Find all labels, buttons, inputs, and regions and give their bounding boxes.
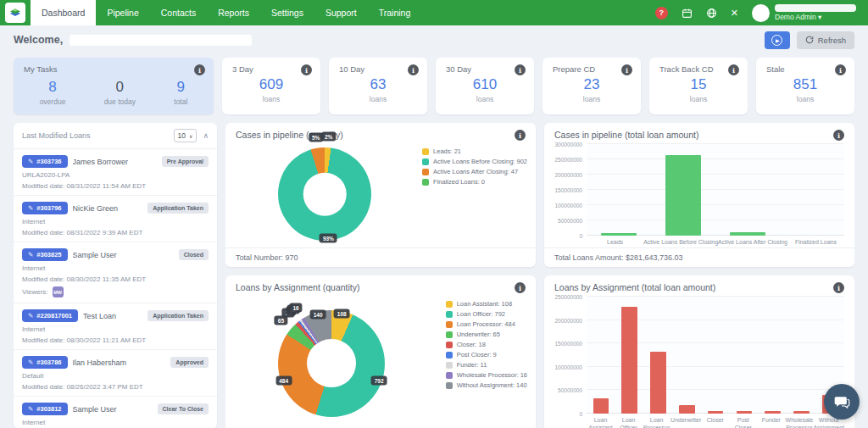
bar-underwriter[interactable] xyxy=(679,405,695,413)
loan-list-item: ✎#303812Sample UserClear To CloseInterne… xyxy=(14,397,217,428)
info-icon[interactable]: i xyxy=(833,130,844,141)
help-icon[interactable]: ? xyxy=(655,7,668,19)
bar-active-loans-after-closing[interactable] xyxy=(730,232,765,236)
summary-card-value: 63 xyxy=(329,76,427,93)
loan-number-link[interactable]: ✎#303812 xyxy=(22,403,68,415)
loan-number-link[interactable]: ✎#303736 xyxy=(22,155,68,168)
nav-item-support[interactable]: Support xyxy=(314,0,368,25)
loan-number-link[interactable]: ✎#303786 xyxy=(22,356,68,369)
info-icon[interactable]: i xyxy=(515,64,526,75)
donut-chart: 108792484651891116140Loan Assistant: 108… xyxy=(225,293,536,428)
chart-card-head: Cases in pipeline (total loan amount)i xyxy=(544,123,854,141)
bar-loan-assistant[interactable] xyxy=(593,398,609,414)
info-icon[interactable]: i xyxy=(515,282,526,293)
y-tick-label: 100000000 xyxy=(554,364,582,370)
info-icon[interactable]: i xyxy=(515,130,526,141)
redacted-user-name xyxy=(775,4,856,12)
legend-swatch xyxy=(422,148,429,155)
loan-item-header: ✎#220817001Test LoanApplication Taken xyxy=(22,309,209,322)
viewer-avatar[interactable]: MW xyxy=(53,286,64,297)
y-tick-label: 100000000 xyxy=(554,202,582,208)
x-tick-label: Active Loans After Closing xyxy=(718,238,787,246)
summary-card-unit: loans xyxy=(222,95,320,103)
bar-slot-wholesale-processor xyxy=(787,297,815,414)
loan-modified-date: Modified date: 08/31/2022 9:39 AM EDT xyxy=(22,229,209,236)
y-tick-label: 250000000 xyxy=(554,156,582,162)
chart-card-cases-in-pipeline-quantity: Cases in pipeline (quantity)i2%93%5%Lead… xyxy=(225,123,536,267)
stat-value: 9 xyxy=(174,79,187,96)
refresh-button[interactable]: Refresh xyxy=(797,31,854,49)
bar-loan-officer[interactable] xyxy=(621,307,637,414)
bar-loan-processor[interactable] xyxy=(650,352,666,414)
legend-swatch xyxy=(446,352,453,359)
bar-active-loans-before-closing[interactable] xyxy=(665,155,701,236)
page-size-select[interactable]: 10 ∨ xyxy=(174,129,198,142)
legend-label: Active Loans After Closing: 47 xyxy=(433,168,518,175)
chat-icon xyxy=(833,393,850,410)
summary-card-head: Track Back CDi xyxy=(649,58,748,75)
bar-leads[interactable] xyxy=(601,233,637,236)
loan-modified-date: Modified date: 08/30/2022 11:35 AM EDT xyxy=(22,275,209,283)
info-icon[interactable]: i xyxy=(833,282,844,293)
summary-card-head: Prepare CDi xyxy=(542,58,641,75)
status-badge: Application Taken xyxy=(147,203,209,214)
nav-item-training[interactable]: Training xyxy=(368,0,422,25)
loan-number-link[interactable]: ✎#303796 xyxy=(22,202,68,214)
x-tick-label: Loan Processor xyxy=(643,416,670,428)
bar-slot-funder xyxy=(759,297,787,414)
expand-icon[interactable]: ✕ xyxy=(731,8,738,19)
summary-card-unit: loans xyxy=(649,95,748,103)
info-icon[interactable]: i xyxy=(194,64,205,75)
info-icon[interactable]: i xyxy=(728,64,739,75)
nav-item-settings[interactable]: Settings xyxy=(260,0,314,25)
bar-wholesale-processor[interactable] xyxy=(793,411,810,414)
summary-card-unit: loans xyxy=(542,95,641,103)
donut-chart-body: 108792484651891116140Loan Assistant: 108… xyxy=(225,293,536,428)
legend-item: Closer: 18 xyxy=(446,341,527,348)
user-menu[interactable]: Demo Admin ▾ xyxy=(752,4,856,22)
bar-slot-post-closer xyxy=(730,297,759,414)
loan-number-link[interactable]: ✎#303825 xyxy=(22,248,68,261)
nav-item-dashboard[interactable]: Dashboard xyxy=(31,0,96,25)
bar-post-closer[interactable] xyxy=(737,411,753,414)
loan-source: Internet xyxy=(22,264,209,272)
app-logo[interactable] xyxy=(5,3,25,23)
collapse-list-button[interactable]: ∧ xyxy=(203,131,209,140)
x-tick-label: Funder xyxy=(757,416,785,428)
x-tick-label: Loan Officer xyxy=(615,416,643,428)
y-tick-label: 0 xyxy=(579,410,582,416)
loan-number-link[interactable]: ✎#220817001 xyxy=(22,309,78,322)
loan-list-item: ✎#303825Sample UserClosedInternetModifie… xyxy=(14,242,217,303)
bar-funder[interactable] xyxy=(765,411,781,414)
summary-card-title: Prepare CD xyxy=(553,64,595,74)
legend-swatch xyxy=(422,179,429,186)
nav-item-pipeline[interactable]: Pipeline xyxy=(96,0,149,25)
plot-region xyxy=(587,297,844,414)
last-modified-loans-card: Last Modified Loans 10 ∨ ∧ ✎#303736James… xyxy=(14,123,217,428)
x-tick-label: Leads xyxy=(587,238,643,246)
chart-card-loans-by-assignment-total-loan-amount: Loans by Assignment (total loan amount)i… xyxy=(544,275,854,428)
legend-swatch xyxy=(446,362,453,369)
y-tick-label: 150000000 xyxy=(554,186,582,192)
nav-item-contacts[interactable]: Contacts xyxy=(150,0,207,25)
nav-item-reports[interactable]: Reports xyxy=(207,0,260,25)
info-icon[interactable]: i xyxy=(301,64,312,75)
summary-card-10-day: 10 Dayi63loans xyxy=(329,58,427,114)
info-icon[interactable]: i xyxy=(835,64,846,75)
donut-hole xyxy=(303,173,347,216)
info-icon[interactable]: i xyxy=(621,64,632,75)
globe-icon[interactable] xyxy=(706,8,717,19)
slice-label: 2% xyxy=(321,131,336,141)
legend-item: Wholesale Processor: 16 xyxy=(446,371,527,379)
summary-card-head: 30 Dayi xyxy=(436,58,534,75)
chart-card-head: Cases in pipeline (quantity)i xyxy=(225,123,536,141)
calendar-icon[interactable] xyxy=(682,8,693,19)
chat-widget-button[interactable] xyxy=(824,384,860,420)
x-axis: LeadsActive Loans Before ClosingActive L… xyxy=(587,236,844,246)
play-tour-button[interactable]: ▶ xyxy=(765,31,790,49)
info-icon[interactable]: i xyxy=(408,64,419,75)
bar-closer[interactable] xyxy=(708,411,724,414)
legend-swatch xyxy=(446,372,453,379)
pencil-icon: ✎ xyxy=(28,405,33,413)
nav-right-icons: ? ✕ Demo Admin ▾ xyxy=(655,0,868,25)
